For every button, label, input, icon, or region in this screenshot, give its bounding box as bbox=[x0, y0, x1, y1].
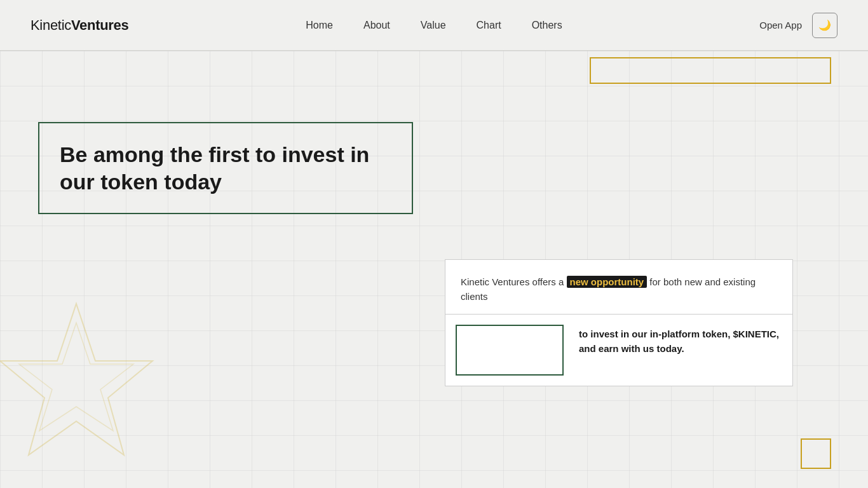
info-card-left-box bbox=[456, 325, 564, 376]
nav-chart[interactable]: Chart bbox=[477, 20, 501, 30]
bottom-right-highlight-box bbox=[801, 438, 831, 469]
hero-text-box: Be among the first to invest in our toke… bbox=[38, 122, 413, 214]
navbar: KineticVentures Home About Value Chart O… bbox=[0, 0, 868, 51]
logo-part2: Ventures bbox=[71, 17, 129, 33]
hero-heading: Be among the first to invest in our toke… bbox=[60, 141, 391, 195]
highlight-badge: new opportunity bbox=[567, 276, 648, 288]
logo-part1: Kinetic bbox=[31, 17, 71, 33]
nav-about[interactable]: About bbox=[363, 20, 390, 30]
nav-home[interactable]: Home bbox=[306, 20, 333, 30]
open-app-button[interactable]: Open App bbox=[759, 20, 802, 30]
star-decoration bbox=[0, 297, 165, 475]
nav-links: Home About Value Chart Others bbox=[306, 20, 562, 31]
nav-value[interactable]: Value bbox=[421, 20, 446, 30]
logo[interactable]: KineticVentures bbox=[31, 17, 128, 34]
info-card: Kinetic Ventures offers a new opportunit… bbox=[445, 259, 793, 386]
info-text-before: Kinetic Ventures offers a bbox=[461, 276, 567, 287]
info-card-top: Kinetic Ventures offers a new opportunit… bbox=[445, 260, 792, 314]
nav-others[interactable]: Others bbox=[532, 20, 562, 30]
info-card-right-text: to invest in our in-platform token, $KIN… bbox=[574, 315, 792, 386]
svg-marker-3 bbox=[19, 323, 133, 431]
svg-marker-2 bbox=[0, 304, 153, 455]
main-area: Be among the first to invest in our toke… bbox=[0, 51, 868, 488]
theme-toggle-button[interactable]: 🌙 bbox=[812, 13, 837, 38]
info-card-bottom: to invest in our in-platform token, $KIN… bbox=[445, 314, 792, 386]
navbar-right: Open App 🌙 bbox=[759, 13, 837, 38]
top-right-highlight-box bbox=[590, 57, 831, 84]
